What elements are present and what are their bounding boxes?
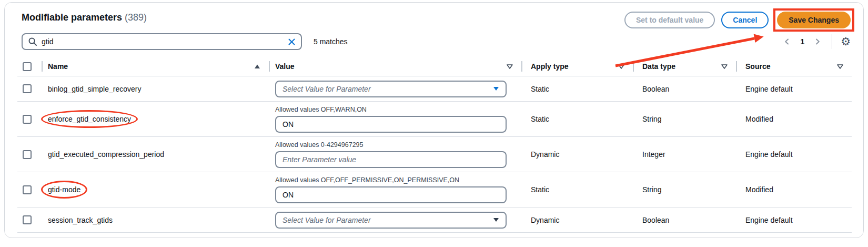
chevron-left-icon <box>783 38 791 45</box>
source-cell: Engine default <box>736 76 852 101</box>
select-all-checkbox[interactable] <box>23 62 32 71</box>
column-header-value[interactable]: Value <box>269 56 521 76</box>
chevron-right-icon <box>814 38 821 45</box>
column-header-source-label: Source <box>745 62 770 71</box>
parameter-name: gtid-mode <box>48 185 80 194</box>
panel-title: Modifiable parameters (389) <box>22 12 147 23</box>
select-caret-icon <box>493 86 499 91</box>
parameter-name: enforce_gtid_consistency <box>48 115 131 123</box>
modifiable-parameters-panel: Modifiable parameters (389) Set to defau… <box>4 2 864 238</box>
parameter-name: session_track_gtids <box>48 216 113 224</box>
value-input[interactable] <box>275 116 507 133</box>
column-header-source[interactable]: Source <box>736 56 852 76</box>
allowed-values-label: Allowed values 0-4294967295 <box>275 141 364 149</box>
column-header-value-label: Value <box>275 62 295 71</box>
apply-type-cell: Static <box>521 76 633 101</box>
value-select[interactable]: Select Value for Parameter <box>275 81 507 97</box>
search-icon <box>28 37 37 46</box>
filter-icon[interactable] <box>837 64 843 69</box>
pagination-next-button[interactable] <box>812 36 823 47</box>
table-header-row: Name Value Apply type Data type <box>17 56 852 76</box>
table-row: gtid_executed_compression_period Allowed… <box>17 137 852 172</box>
panel-title-text: Modifiable parameters <box>22 12 122 23</box>
row-checkbox[interactable] <box>23 215 32 224</box>
table-row: session_track_gtids Select Value for Par… <box>17 208 852 233</box>
row-checkbox[interactable] <box>23 150 32 159</box>
table-row: binlog_gtid_simple_recovery Select Value… <box>17 76 852 102</box>
row-checkbox[interactable] <box>23 185 32 194</box>
search-row: 5 matches <box>22 33 348 50</box>
source-cell: Engine default <box>736 137 852 172</box>
row-checkbox[interactable] <box>23 84 32 93</box>
value-input[interactable] <box>275 151 507 168</box>
sort-ascending-icon <box>254 64 260 69</box>
column-header-data-type-label: Data type <box>642 62 675 71</box>
source-cell: Engine default <box>736 208 852 232</box>
allowed-values-label: Allowed values OFF,OFF_PERMISSIVE,ON_PER… <box>275 176 459 184</box>
source-cell: Modified <box>736 172 852 207</box>
filter-icon[interactable] <box>618 64 624 69</box>
select-placeholder: Select Value for Parameter <box>282 85 371 93</box>
search-box[interactable] <box>22 33 302 50</box>
table-row: enforce_gtid_consistency Allowed values … <box>17 102 852 137</box>
save-changes-button[interactable]: Save Changes <box>777 12 851 28</box>
clear-search-icon[interactable] <box>288 38 296 46</box>
search-input[interactable] <box>42 37 288 46</box>
data-type-cell: Boolean <box>633 76 736 101</box>
value-input[interactable] <box>275 186 507 203</box>
pagination: 1 ⚙ <box>781 33 851 50</box>
data-type-cell: String <box>633 102 736 136</box>
filter-icon[interactable] <box>507 64 513 69</box>
column-header-apply-type[interactable]: Apply type <box>521 56 633 76</box>
page: { "panel": { "title": "Modifiable parame… <box>0 0 868 247</box>
set-to-default-button[interactable]: Set to default value <box>624 12 715 28</box>
apply-type-cell: Static <box>521 172 633 207</box>
matches-count: 5 matches <box>314 37 348 46</box>
row-checkbox[interactable] <box>23 115 32 124</box>
preferences-gear-icon[interactable]: ⚙ <box>841 36 851 47</box>
filter-icon[interactable] <box>721 64 728 69</box>
parameter-name: binlog_gtid_simple_recovery <box>48 85 141 93</box>
pagination-prev-button[interactable] <box>781 36 793 47</box>
data-type-cell: Boolean <box>633 208 736 232</box>
parameters-table: Name Value Apply type Data type <box>17 56 852 233</box>
pagination-divider <box>832 34 832 49</box>
cancel-button[interactable]: Cancel <box>721 12 769 28</box>
header-actions: Set to default value Cancel Save Changes <box>624 12 851 28</box>
value-select[interactable]: Select Value for Parameter <box>275 212 507 229</box>
data-type-cell: Integer <box>633 137 736 172</box>
column-header-name-label: Name <box>48 62 68 71</box>
parameter-name: gtid_executed_compression_period <box>48 150 164 159</box>
column-header-apply-type-label: Apply type <box>531 62 569 71</box>
column-header-name[interactable]: Name <box>42 56 269 76</box>
source-cell: Modified <box>736 102 852 136</box>
apply-type-cell: Dynamic <box>521 208 633 232</box>
select-all-cell <box>17 56 42 76</box>
select-caret-icon <box>493 218 499 222</box>
allowed-values-label: Allowed values OFF,WARN,ON <box>275 106 367 113</box>
parameter-count: (389) <box>125 12 147 23</box>
apply-type-cell: Static <box>521 102 633 136</box>
apply-type-cell: Dynamic <box>521 137 633 172</box>
column-header-data-type[interactable]: Data type <box>633 56 736 76</box>
table-row: gtid-mode Allowed values OFF,OFF_PERMISS… <box>17 172 852 208</box>
select-placeholder: Select Value for Parameter <box>282 216 371 224</box>
page-number[interactable]: 1 <box>798 37 806 46</box>
data-type-cell: String <box>633 172 736 207</box>
